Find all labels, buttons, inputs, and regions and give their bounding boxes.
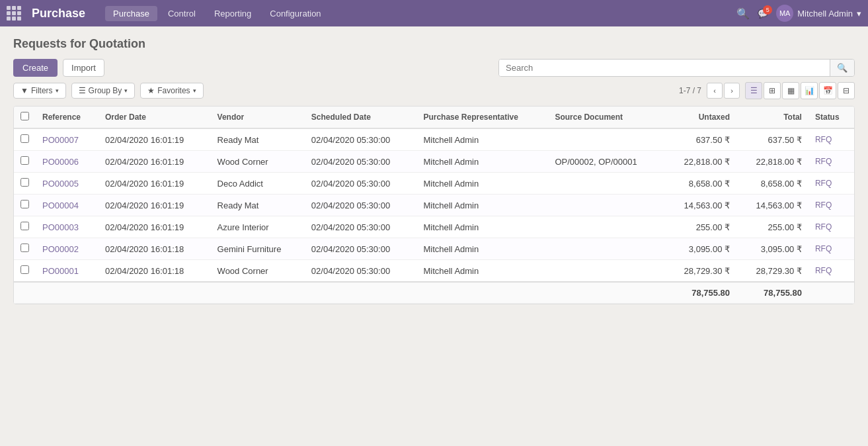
list-view-button[interactable]: ☰ xyxy=(745,82,762,99)
row-order-date: 02/04/2020 16:01:19 xyxy=(99,216,211,238)
nav-purchase[interactable]: Purchase xyxy=(105,6,157,21)
select-all-input[interactable] xyxy=(20,112,29,120)
row-select-input[interactable] xyxy=(20,244,29,252)
row-ref[interactable]: PO00003 xyxy=(36,216,99,238)
row-untaxed: 637.50 ₹ xyxy=(664,128,736,151)
col-purchase-rep[interactable]: Purchase Representative xyxy=(416,107,548,128)
row-checkbox[interactable] xyxy=(14,260,36,283)
row-total: 22,818.00 ₹ xyxy=(736,151,809,173)
total-untaxed: 78,755.80 xyxy=(664,282,736,304)
row-select-input[interactable] xyxy=(20,265,29,274)
row-select-input[interactable] xyxy=(20,178,29,187)
row-untaxed: 3,095.00 ₹ xyxy=(664,238,736,260)
col-source-doc[interactable]: Source Document xyxy=(548,107,664,128)
table-row[interactable]: PO00004 02/04/2020 16:01:19 Ready Mat 02… xyxy=(14,195,854,216)
row-order-date: 02/04/2020 16:01:19 xyxy=(99,128,211,151)
table-row[interactable]: PO00001 02/04/2020 16:01:18 Wood Corner … xyxy=(14,260,854,283)
nav-control[interactable]: Control xyxy=(160,6,204,21)
row-total: 28,729.30 ₹ xyxy=(736,260,809,283)
row-untaxed: 8,658.00 ₹ xyxy=(664,173,736,195)
row-rep: Mitchell Admin xyxy=(416,173,548,195)
filters-button[interactable]: ▼ Filters ▾ xyxy=(13,83,66,99)
table-header-row: Reference Order Date Vendor Scheduled Da… xyxy=(14,107,854,128)
nav-configuration[interactable]: Configuration xyxy=(262,6,329,21)
row-checkbox[interactable] xyxy=(14,238,36,260)
select-all-checkbox[interactable] xyxy=(14,107,36,128)
row-rep: Mitchell Admin xyxy=(416,195,548,216)
row-total: 3,095.00 ₹ xyxy=(736,238,809,260)
row-select-input[interactable] xyxy=(20,156,29,165)
total-empty-2 xyxy=(36,282,99,304)
row-total: 255.00 ₹ xyxy=(736,216,809,238)
col-vendor[interactable]: Vendor xyxy=(211,107,305,128)
row-checkbox[interactable] xyxy=(14,195,36,216)
row-select-input[interactable] xyxy=(20,134,29,143)
group-by-label: Group By xyxy=(89,86,122,95)
row-rep: Mitchell Admin xyxy=(416,238,548,260)
table-row[interactable]: PO00006 02/04/2020 16:01:19 Wood Corner … xyxy=(14,151,854,173)
apps-menu[interactable] xyxy=(7,6,21,21)
import-button[interactable]: Import xyxy=(63,59,104,77)
row-scheduled-date: 02/04/2020 05:30:00 xyxy=(305,195,417,216)
row-ref[interactable]: PO00006 xyxy=(36,151,99,173)
next-page-button[interactable]: › xyxy=(724,83,740,99)
user-menu[interactable]: MA Mitchell Admin ▾ xyxy=(776,5,861,22)
favorites-button[interactable]: ★ Favorites ▾ xyxy=(140,83,203,99)
col-total[interactable]: Total xyxy=(736,107,809,128)
table-row[interactable]: PO00007 02/04/2020 16:01:19 Ready Mat 02… xyxy=(14,128,854,151)
row-ref[interactable]: PO00001 xyxy=(36,260,99,283)
row-scheduled-date: 02/04/2020 05:30:00 xyxy=(305,151,417,173)
row-source-doc xyxy=(548,216,664,238)
row-checkbox[interactable] xyxy=(14,173,36,195)
calendar-view-button[interactable]: 📅 xyxy=(819,82,836,99)
row-ref[interactable]: PO00002 xyxy=(36,238,99,260)
table-row[interactable]: PO00003 02/04/2020 16:01:19 Azure Interi… xyxy=(14,216,854,238)
row-ref[interactable]: PO00007 xyxy=(36,128,99,151)
nav-reporting[interactable]: Reporting xyxy=(206,6,259,21)
row-source-doc: OP/00002, OP/00001 xyxy=(548,151,664,173)
row-checkbox[interactable] xyxy=(14,151,36,173)
total-empty-4 xyxy=(211,282,305,304)
grid-view-button[interactable]: ▦ xyxy=(782,82,799,99)
page-title: Requests for Quotation xyxy=(13,37,855,51)
create-button[interactable]: Create xyxy=(13,59,58,77)
row-select-input[interactable] xyxy=(20,222,29,230)
row-select-input[interactable] xyxy=(20,200,29,208)
row-source-doc xyxy=(548,238,664,260)
table-row[interactable]: PO00002 02/04/2020 16:01:18 Gemini Furni… xyxy=(14,238,854,260)
pivot-view-button[interactable]: ⊟ xyxy=(838,82,855,99)
col-status[interactable]: Status xyxy=(809,107,854,128)
kanban-view-button[interactable]: ⊞ xyxy=(764,82,781,99)
main-content: Requests for Quotation Create Import 🔍 ▼… xyxy=(0,26,868,315)
row-ref[interactable]: PO00005 xyxy=(36,173,99,195)
row-order-date: 02/04/2020 16:01:19 xyxy=(99,173,211,195)
row-scheduled-date: 02/04/2020 05:30:00 xyxy=(305,238,417,260)
group-by-icon: ☰ xyxy=(79,86,86,95)
col-order-date[interactable]: Order Date xyxy=(99,107,211,128)
total-total: 78,755.80 xyxy=(736,282,809,304)
chart-view-button[interactable]: 📊 xyxy=(801,82,818,99)
table-row[interactable]: PO00005 02/04/2020 16:01:19 Deco Addict … xyxy=(14,173,854,195)
row-vendor: Wood Corner xyxy=(211,260,305,283)
prev-page-button[interactable]: ‹ xyxy=(707,83,723,99)
search-icon[interactable]: 🔍 xyxy=(736,7,750,20)
col-scheduled-date[interactable]: Scheduled Date xyxy=(305,107,417,128)
search-input[interactable] xyxy=(499,60,830,76)
row-scheduled-date: 02/04/2020 05:30:00 xyxy=(305,128,417,151)
row-vendor: Deco Addict xyxy=(211,173,305,195)
total-empty-3 xyxy=(99,282,211,304)
col-untaxed[interactable]: Untaxed xyxy=(664,107,736,128)
app-brand: Purchase xyxy=(32,7,85,21)
pagination-controls: ‹ › xyxy=(707,83,740,99)
chat-icon[interactable]: 💬 5 xyxy=(758,9,768,19)
col-reference[interactable]: Reference xyxy=(36,107,99,128)
group-by-button[interactable]: ☰ Group By ▾ xyxy=(71,83,136,99)
row-untaxed: 22,818.00 ₹ xyxy=(664,151,736,173)
row-status: RFQ xyxy=(809,128,854,151)
row-checkbox[interactable] xyxy=(14,128,36,151)
row-checkbox[interactable] xyxy=(14,216,36,238)
search-submit-icon[interactable]: 🔍 xyxy=(830,60,854,76)
row-ref[interactable]: PO00004 xyxy=(36,195,99,216)
group-by-arrow-icon: ▾ xyxy=(124,87,128,94)
view-toggle: ☰ ⊞ ▦ 📊 📅 ⊟ xyxy=(745,82,855,99)
